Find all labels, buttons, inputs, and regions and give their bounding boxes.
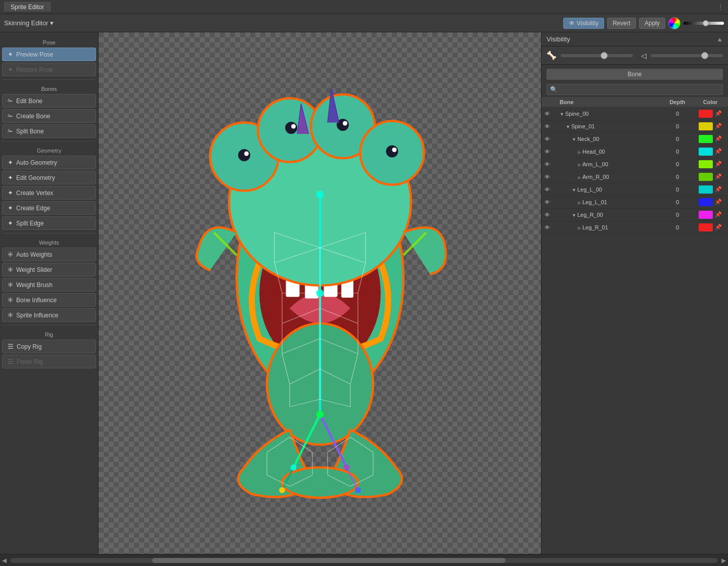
- svg-point-16: [291, 124, 296, 129]
- color-swatch[interactable]: [699, 223, 713, 231]
- color-swatch[interactable]: [699, 135, 713, 143]
- bone-name-label: ▶Leg_L_01: [560, 199, 607, 205]
- eye-toggle[interactable]: 👁: [544, 199, 550, 205]
- skinning-editor-label: Skinning Editor: [4, 19, 48, 27]
- pin-icon[interactable]: 📌: [715, 199, 722, 205]
- edit-geometry-button[interactable]: ✦ Edit Geometry: [2, 171, 96, 184]
- pin-icon[interactable]: 📌: [715, 224, 722, 230]
- bone-influence-button[interactable]: ⁜ Bone Influence: [2, 293, 96, 307]
- table-row: 👁▶Arm_L_000 📌: [541, 158, 728, 171]
- sprite-editor-tab[interactable]: Sprite Editor: [4, 2, 51, 12]
- vis-sliders: 🦴 ◁: [541, 46, 728, 65]
- color-swatch[interactable]: [699, 160, 713, 168]
- eye-toggle[interactable]: 👁: [544, 136, 550, 142]
- create-edge-button[interactable]: ✦ Create Edge: [2, 201, 96, 215]
- bone-name-label: ▼Leg_R_00: [560, 212, 603, 218]
- sprite-canvas[interactable]: [168, 76, 472, 510]
- split-edge-button[interactable]: ✦ Split Edge: [2, 216, 96, 230]
- pin-icon[interactable]: 📌: [715, 173, 722, 179]
- auto-weights-button[interactable]: ⁜ Auto Weights: [2, 248, 96, 261]
- restore-pose-button[interactable]: ✦ Restore Pose: [2, 63, 96, 76]
- split-bone-button[interactable]: ✁ Split Bone: [2, 124, 96, 138]
- eye-toggle[interactable]: 👁: [544, 212, 550, 218]
- bone-vis-track[interactable]: [561, 54, 633, 57]
- edit-bone-button[interactable]: ✁ Edit Bone: [2, 94, 96, 108]
- svg-point-78: [279, 487, 285, 493]
- create-bone-button[interactable]: ✁ Create Bone: [2, 109, 96, 123]
- pin-icon[interactable]: 📌: [715, 186, 722, 192]
- brightness-slider[interactable]: [684, 22, 724, 25]
- scroll-right-arrow[interactable]: ▶: [721, 557, 726, 564]
- eye-toggle[interactable]: 👁: [544, 123, 550, 129]
- left-panel: Pose ✦ Preview Pose ✦ Restore Pose Bones…: [0, 32, 99, 554]
- color-swatch[interactable]: [699, 211, 713, 219]
- scroll-left-arrow[interactable]: ◀: [2, 557, 7, 564]
- depth-value: 0: [662, 171, 693, 183]
- color-swatch[interactable]: [699, 185, 713, 194]
- create-vertex-button[interactable]: ✦ Create Vertex: [2, 186, 96, 200]
- split-edge-icon: ✦: [8, 219, 13, 227]
- edit-geometry-icon: ✦: [8, 174, 13, 181]
- eye-toggle[interactable]: 👁: [544, 224, 550, 230]
- pin-icon[interactable]: 📌: [715, 148, 722, 154]
- weight-brush-button[interactable]: ⁜ Weight Brush: [2, 278, 96, 292]
- brightness-track[interactable]: [684, 22, 724, 25]
- overflow-icon[interactable]: ⋮: [717, 3, 724, 11]
- color-swatch[interactable]: [699, 110, 713, 118]
- brightness-thumb[interactable]: [703, 20, 709, 26]
- svg-point-77: [343, 464, 349, 470]
- eye-toggle[interactable]: 👁: [544, 111, 550, 117]
- h-scrollthumb[interactable]: [152, 558, 506, 563]
- split-bone-icon: ✁: [8, 127, 13, 135]
- geo-vis-track[interactable]: [651, 54, 723, 57]
- eye-icon: 👁: [569, 20, 575, 27]
- color-swatch[interactable]: [699, 198, 713, 206]
- preview-pose-icon: ✦: [8, 51, 13, 58]
- pin-icon[interactable]: 📌: [715, 135, 722, 142]
- bone-vis-thumb[interactable]: [601, 52, 608, 59]
- svg-point-19: [386, 146, 398, 158]
- depth-value: 0: [662, 158, 693, 171]
- svg-point-14: [244, 152, 249, 156]
- sprite-influence-button[interactable]: ⁜ Sprite Influence: [2, 308, 96, 322]
- pin-icon[interactable]: 📌: [715, 110, 722, 116]
- eye-toggle[interactable]: 👁: [544, 186, 550, 193]
- eye-toggle[interactable]: 👁: [544, 161, 550, 167]
- skinning-editor-dropdown[interactable]: Skinning Editor ▾: [4, 19, 54, 27]
- revert-button[interactable]: Revert: [607, 18, 636, 29]
- create-vertex-icon: ✦: [8, 189, 13, 197]
- depth-value: 0: [662, 120, 693, 133]
- color-swatch[interactable]: [699, 122, 713, 130]
- pin-icon[interactable]: 📌: [715, 123, 722, 129]
- bone-search-input[interactable]: [560, 86, 719, 93]
- pin-icon[interactable]: 📌: [715, 161, 722, 167]
- copy-rig-button[interactable]: ☰ Copy Rig: [2, 340, 96, 353]
- bone-search-bar[interactable]: 🔍: [547, 84, 723, 95]
- bottom-bar: ◀ ▶: [0, 554, 728, 566]
- preview-pose-button[interactable]: ✦ Preview Pose: [2, 48, 96, 61]
- auto-geometry-button[interactable]: ✦ Auto Geometry: [2, 156, 96, 169]
- visibility-header: Visibility ▲: [541, 32, 728, 46]
- table-row: 👁▶Head_000 📌: [541, 146, 728, 158]
- color-wheel-button[interactable]: [668, 17, 680, 29]
- rig-section-title: Rig: [2, 328, 96, 340]
- apply-button[interactable]: Apply: [639, 18, 665, 29]
- svg-point-76: [290, 464, 296, 470]
- color-swatch[interactable]: [699, 173, 713, 181]
- pin-icon[interactable]: 📌: [715, 211, 722, 217]
- create-edge-icon: ✦: [8, 204, 13, 212]
- weight-slider-button[interactable]: ⁜ Weight Slider: [2, 263, 96, 276]
- bone-name-label: ▼Spine_01: [560, 123, 595, 129]
- h-scrollbar[interactable]: [11, 558, 717, 563]
- weight-brush-icon: ⁜: [8, 281, 13, 289]
- canvas-area[interactable]: [99, 32, 541, 554]
- geo-vis-thumb[interactable]: [701, 52, 708, 59]
- close-icon[interactable]: ▲: [716, 35, 723, 43]
- bone-vis-icon: 🦴: [547, 51, 557, 60]
- color-swatch[interactable]: [699, 148, 713, 156]
- eye-toggle[interactable]: 👁: [544, 174, 550, 180]
- paste-rig-button[interactable]: ☰ Paste Rig: [2, 355, 96, 368]
- visibility-button[interactable]: 👁 Visibility: [563, 18, 604, 29]
- table-row: 👁▶Arm_R_000 📌: [541, 171, 728, 183]
- eye-toggle[interactable]: 👁: [544, 149, 550, 155]
